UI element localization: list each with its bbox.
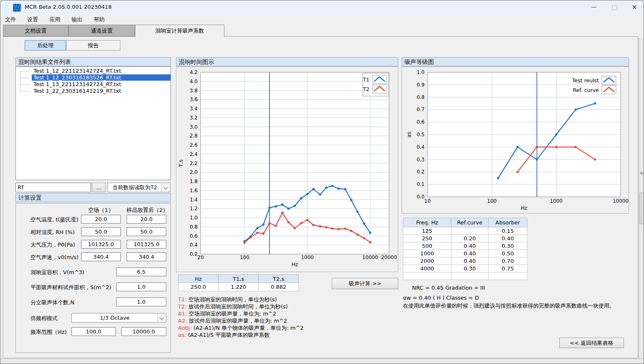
grade-col-absorber: Absorber	[489, 218, 527, 227]
freq-max-input[interactable]	[121, 327, 166, 336]
file-list-item[interactable]: Test 1_12_221123142724_RT.txt	[16, 68, 171, 74]
freq-min-input[interactable]	[71, 327, 116, 336]
grade-chart-header: 吸声等级图	[402, 57, 629, 66]
note-key: Aobj:	[178, 325, 193, 331]
table-cell: 2000	[403, 257, 451, 265]
side-splitter[interactable]: <	[639, 38, 644, 359]
rt-name-input[interactable]	[15, 183, 91, 192]
humidity-2-input[interactable]	[127, 227, 166, 236]
sound-speed-1-input[interactable]	[81, 252, 121, 261]
rt-chart[interactable]: 0.20.40.60.81.01.21.41.61.82.02.22.42.62…	[176, 66, 398, 272]
chevron-down-icon[interactable]	[157, 314, 165, 322]
maximize-icon[interactable]	[605, 0, 624, 14]
rt-value-table: Hz T1,s T2,s 250.0 1.220 0.882	[178, 275, 299, 291]
tab-reverb-room-absorption[interactable]: 混响室计算吸声系数	[135, 25, 224, 37]
svg-text:0.6: 0.6	[417, 119, 425, 125]
data-read-combo-value: 当前数据读取为T2	[108, 183, 170, 192]
rt-table-col-hz: Hz	[178, 275, 219, 283]
subtab-postprocess[interactable]: 后处理	[25, 40, 66, 51]
svg-text:0.9: 0.9	[417, 82, 425, 88]
note-key: A2:	[178, 318, 189, 324]
pressure-1-input[interactable]	[81, 240, 121, 249]
table-cell: 0.75	[489, 265, 527, 272]
note-key: T2:	[178, 303, 188, 310]
sample-area-input[interactable]	[116, 283, 166, 291]
table-row	[403, 272, 527, 280]
note-line: T2: 放试件后混响室的混响时间，单位为秒(s)	[178, 303, 303, 310]
room-volume-input[interactable]	[116, 267, 166, 276]
file-name: Test 1_22_230316141219_RT.txt	[32, 88, 171, 94]
svg-text:0.3: 0.3	[417, 157, 425, 163]
file-list-item[interactable]: Test 1_12_230316183526_RT.txt	[16, 74, 171, 81]
window-bottom-edge	[0, 359, 644, 364]
note-text: 空场混响室的吸声量，单位为: m^2	[189, 311, 276, 317]
svg-text:2.2: 2.2	[190, 160, 198, 166]
table-row: 20000.400.70	[403, 257, 527, 265]
svg-text:0.8: 0.8	[417, 94, 425, 100]
svg-text:0.2: 0.2	[417, 169, 425, 175]
absorption-grade-chart[interactable]: 0.00.10.20.30.40.50.60.70.80.91.01010010…	[402, 66, 629, 214]
close-icon[interactable]: ×	[625, 0, 644, 14]
svg-text:2.4: 2.4	[190, 151, 198, 157]
octave-mode-combo[interactable]: 1/3 Octave	[71, 313, 166, 323]
chevron-down-icon[interactable]	[161, 183, 170, 191]
absorber-count-input[interactable]	[116, 298, 166, 306]
grade-col-ref: Ref.curve	[451, 218, 489, 227]
grade-col-freq: Freq. Hz	[403, 218, 451, 227]
collapse-left-icon[interactable]: <	[640, 171, 643, 176]
table-cell: 500	[403, 242, 451, 250]
svg-text:3.6: 3.6	[190, 97, 198, 102]
absorption-calc-button[interactable]: 吸声计算 >>	[332, 278, 398, 289]
table-row: 1250.15	[403, 227, 527, 235]
table-cell	[451, 272, 489, 280]
table-cell: 1000	[403, 250, 451, 257]
label-humidity: 相对湿度, RH (%)	[31, 229, 75, 236]
table-cell: 0.30	[489, 242, 527, 250]
menu-settings[interactable]: 设置	[23, 15, 43, 23]
menu-apply[interactable]: 应用	[45, 15, 65, 23]
file-list-item[interactable]: Test 1_22_230316141219_RT.txt	[16, 88, 171, 94]
tree-branch-icon	[20, 78, 30, 78]
menu-output[interactable]: 输出	[67, 15, 87, 23]
label-room-volume: 混响室容积，V(m^3)	[31, 269, 84, 276]
svg-text:0.4: 0.4	[190, 242, 198, 248]
pressure-2-input[interactable]	[127, 240, 166, 249]
svg-text:Hz: Hz	[292, 262, 298, 267]
air-temp-2-input[interactable]	[127, 215, 166, 224]
minimize-icon[interactable]	[584, 0, 603, 14]
svg-text:1.0: 1.0	[190, 215, 198, 221]
file-list-item[interactable]: Test 1_13_221123142724_RT.txt	[16, 81, 171, 88]
aw-result: αw = 0.40 ( H ) Classes = D	[403, 295, 479, 301]
air-temp-1-input[interactable]	[81, 215, 121, 224]
humidity-1-input[interactable]	[81, 227, 121, 236]
svg-text:T2: T2	[362, 86, 369, 92]
svg-text:10: 10	[424, 198, 430, 204]
table-cell: 0.40	[451, 257, 489, 265]
svg-text:20000: 20000	[381, 255, 397, 260]
svg-text:1.4: 1.4	[190, 197, 198, 203]
tab-channel-settings[interactable]: 通道设置	[69, 25, 135, 36]
octave-mode-value: 1/3 Octave	[72, 313, 166, 322]
svg-text:1000: 1000	[301, 255, 314, 260]
tree-branch-icon	[20, 71, 30, 71]
svg-text:0.7: 0.7	[417, 107, 425, 112]
table-cell: 0.50	[489, 250, 527, 257]
label-absorber-count: 分立吸声体个数,N	[31, 299, 74, 306]
rt-file-list[interactable]: Test 1_12_221123142724_RT.txtTest 1_12_2…	[15, 66, 171, 180]
menu-help[interactable]: 帮助	[89, 15, 109, 23]
note-text: (A2-A1)/N 单个物体的吸声量，单位为: m^2	[193, 325, 303, 331]
label-pressure: 大气压力，P0(Pa)	[31, 241, 75, 249]
svg-text:T1: T1	[362, 76, 369, 83]
sound-speed-2-input[interactable]	[127, 252, 166, 261]
tab-document-settings[interactable]: 文档设置	[3, 25, 69, 36]
note-text: 放试件后混响室的混响时间，单位为秒(s)	[188, 303, 288, 310]
svg-text:3.8: 3.8	[190, 88, 198, 94]
back-to-results-button[interactable]: << 返回结果表格	[559, 338, 624, 348]
svg-text:3.4: 3.4	[190, 106, 198, 112]
data-read-combo[interactable]: 当前数据读取为T2	[107, 183, 171, 192]
subtab-report[interactable]: 报告	[66, 40, 120, 51]
splitter-handle[interactable]	[639, 193, 644, 224]
svg-text:0.0: 0.0	[417, 194, 425, 200]
browse-button[interactable]: ...	[92, 183, 106, 192]
menu-file[interactable]: 文件	[0, 15, 20, 23]
